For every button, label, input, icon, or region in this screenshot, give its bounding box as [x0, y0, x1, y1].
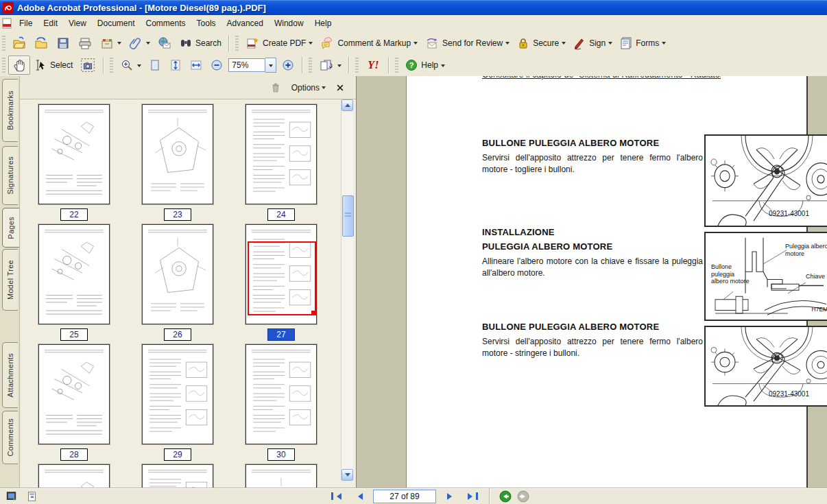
tab-comments[interactable]: Comments	[2, 411, 18, 464]
pdf-document-icon[interactable]	[0, 18, 14, 29]
page-indicator[interactable]: 27 of 89	[373, 490, 436, 503]
previous-view-button[interactable]	[499, 490, 512, 503]
forms-button[interactable]: Forms	[616, 34, 669, 52]
page-number-label[interactable]: 28	[60, 448, 88, 461]
options-button[interactable]: Options	[291, 83, 326, 93]
thumbnail-image[interactable]	[142, 464, 213, 488]
current-view-box[interactable]	[248, 241, 316, 315]
tab-pages[interactable]: Pages	[2, 208, 19, 248]
tab-attachments[interactable]: Attachments	[2, 342, 18, 408]
thumbnail-image[interactable]	[142, 344, 213, 444]
page-number-label[interactable]: 23	[164, 208, 191, 221]
thumbnail-image[interactable]	[38, 224, 110, 324]
fit-page-button[interactable]	[165, 56, 186, 74]
comment-markup-button[interactable]: Comment & Markup	[316, 34, 421, 52]
panel-scrollbar[interactable]	[341, 99, 353, 481]
toolbar-grip[interactable]	[395, 58, 398, 73]
help-button[interactable]: ? Help	[401, 56, 448, 74]
first-page-button[interactable]	[329, 490, 346, 503]
next-page-button[interactable]	[442, 490, 458, 503]
toolbar-grip[interactable]	[355, 58, 359, 73]
menu-view[interactable]: View	[63, 16, 92, 30]
previous-page-button[interactable]	[351, 490, 368, 503]
menu-comments[interactable]: Comments	[141, 16, 191, 30]
save-button[interactable]	[52, 34, 74, 52]
organizer-open-button[interactable]	[30, 34, 52, 52]
page-number-label[interactable]: 29	[164, 448, 191, 461]
thumbnail-image[interactable]	[245, 344, 317, 444]
fit-width-button[interactable]	[186, 56, 206, 74]
actual-size-button[interactable]	[145, 56, 165, 74]
secure-button[interactable]: Secure	[513, 34, 569, 52]
page-display-button[interactable]	[315, 56, 345, 74]
page-thumbnail[interactable]: 26	[142, 224, 213, 341]
document-pane[interactable]: Consultare il capitolo de "Sistema di Ra…	[357, 76, 827, 488]
page-number-label[interactable]: 22	[60, 208, 88, 221]
thumbnail-image[interactable]	[38, 464, 110, 488]
tab-bookmarks[interactable]: Bookmarks	[2, 79, 18, 142]
yahoo-toolbar-button[interactable]: Y!	[361, 57, 385, 73]
page-thumbnail[interactable]: 24	[245, 104, 317, 221]
page-thumbnail[interactable]: 25	[38, 224, 110, 341]
zoom-level-combo[interactable]: 75%	[228, 58, 276, 73]
next-view-button[interactable]	[517, 490, 529, 503]
open-button[interactable]	[8, 34, 30, 52]
page-thumbnail[interactable]	[142, 464, 213, 488]
toolbar-grip[interactable]	[2, 36, 5, 51]
page-thumbnail[interactable]: 29	[142, 344, 213, 461]
email-button[interactable]	[154, 34, 176, 52]
page-number-label[interactable]: 24	[267, 208, 295, 221]
thumbnail-image[interactable]	[142, 224, 213, 324]
print-button[interactable]	[74, 34, 96, 52]
thumbnail-image[interactable]	[38, 104, 110, 204]
menu-help[interactable]: Help	[309, 16, 337, 30]
close-panel-button[interactable]	[335, 83, 345, 93]
scroll-down-button[interactable]	[341, 469, 353, 481]
toolbar-grip[interactable]	[110, 58, 113, 73]
menu-document[interactable]: Document	[92, 16, 141, 30]
page-thumbnail[interactable]: 23	[142, 104, 213, 221]
scrollbar-thumb[interactable]	[342, 195, 354, 237]
hand-tool-button[interactable]	[8, 56, 30, 75]
attach-button[interactable]	[125, 34, 154, 52]
toolbar-grip[interactable]	[235, 36, 239, 51]
page-number-label[interactable]: 30	[267, 448, 295, 461]
page-number-label[interactable]: 26	[164, 328, 191, 341]
page-thumbnail[interactable]: 22	[38, 104, 110, 221]
menu-file[interactable]: File	[14, 16, 38, 30]
thumbnail-image[interactable]	[245, 104, 317, 204]
sign-button[interactable]: Sign	[569, 34, 616, 52]
menu-tools[interactable]: Tools	[191, 16, 221, 30]
menu-window[interactable]: Window	[269, 16, 309, 30]
page-thumbnail[interactable]	[38, 464, 110, 488]
thumbnail-image[interactable]	[142, 104, 213, 204]
page-thumbnail[interactable]: 30	[245, 344, 317, 461]
toolbar-grip[interactable]	[2, 58, 5, 73]
zoom-out-button[interactable]	[206, 56, 227, 74]
send-for-review-button[interactable]: Send for Review	[421, 34, 513, 52]
select-tool-button[interactable]: Select	[30, 56, 76, 74]
pdf-page[interactable]: Consultare il capitolo de "Sistema di Ra…	[406, 76, 808, 488]
search-button[interactable]: Search	[176, 34, 225, 52]
page-number-label[interactable]: 25	[60, 328, 88, 341]
zoom-combo-dropdown[interactable]	[265, 58, 276, 73]
menu-edit[interactable]: Edit	[38, 16, 63, 30]
full-screen-icon[interactable]	[5, 491, 17, 502]
page-thumbnail[interactable]	[245, 464, 317, 488]
tab-model-tree[interactable]: Model Tree	[2, 249, 18, 311]
create-pdf-button[interactable]: Create PDF	[241, 34, 316, 52]
thumbnail-image[interactable]	[245, 464, 317, 488]
tab-signatures[interactable]: Signatures	[2, 146, 18, 205]
organizer-button[interactable]	[96, 34, 125, 52]
zoom-in-button[interactable]	[278, 56, 298, 74]
delete-pages-button[interactable]	[269, 82, 282, 94]
snapshot-button[interactable]	[76, 56, 99, 75]
page-thumbnail[interactable]: 28	[38, 344, 110, 461]
zoom-level-value[interactable]: 75%	[228, 58, 265, 72]
scroll-up-button[interactable]	[341, 99, 353, 111]
page-number-label-selected[interactable]: 27	[267, 328, 295, 341]
toolbar-grip[interactable]	[309, 58, 312, 73]
thumbnail-image[interactable]	[245, 224, 317, 324]
last-page-button[interactable]	[464, 490, 480, 503]
zoom-tool-button[interactable]	[116, 56, 145, 74]
